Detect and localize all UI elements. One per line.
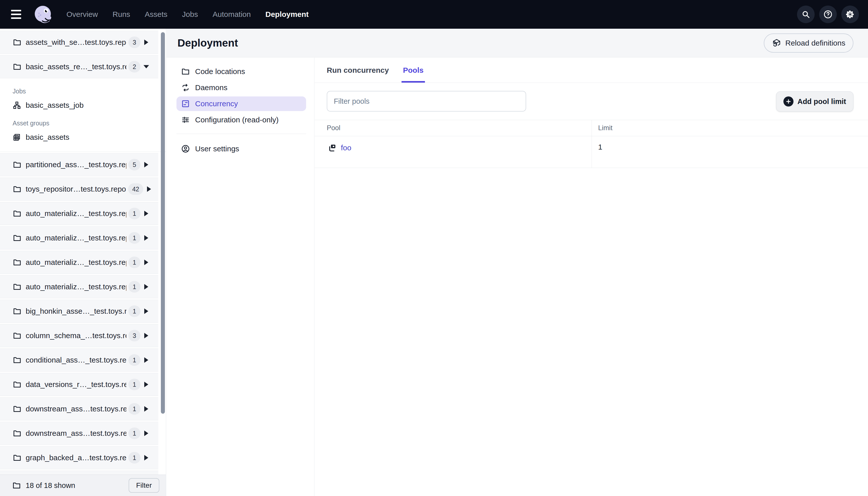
search-icon[interactable] — [797, 5, 815, 23]
chevron-right-icon[interactable] — [141, 333, 152, 338]
plus-icon — [784, 96, 793, 107]
nav-runs[interactable]: Runs — [112, 10, 130, 19]
reload-definitions-button[interactable]: Reload definitions — [764, 33, 854, 52]
chevron-right-icon[interactable] — [141, 40, 152, 45]
chevron-right-icon[interactable] — [141, 357, 152, 363]
count-badge: 42 — [128, 183, 143, 195]
folder-icon — [13, 209, 22, 218]
deployment-settings-menu: Code locations Daemons Concurrency — [167, 58, 314, 496]
menu-item-configuration[interactable]: Configuration (read-only) — [176, 112, 306, 127]
chevron-right-icon[interactable] — [141, 162, 152, 167]
chevron-right-icon[interactable] — [141, 406, 152, 412]
menu-item-label: Daemons — [195, 83, 227, 92]
repo-row[interactable]: partitioned_ass…_test.toys.rep 5 — [0, 153, 158, 176]
nav-deployment[interactable]: Deployment — [265, 10, 309, 19]
folder-icon — [13, 185, 22, 193]
nav-automation[interactable]: Automation — [212, 10, 251, 19]
repo-row[interactable]: auto_materializ…_test.toys.repo 1 — [0, 202, 158, 225]
count-badge: 3 — [128, 330, 141, 341]
count-badge: 2 — [128, 61, 141, 73]
repo-row[interactable]: graph_backed_a…test.toys.repo 1 — [0, 446, 158, 469]
filter-button[interactable]: Filter — [129, 478, 159, 493]
pool-stack-icon — [327, 143, 337, 153]
asset-group-item[interactable]: basic_assets — [13, 129, 166, 145]
add-pool-limit-label: Add pool limit — [798, 97, 846, 106]
nav-right-actions — [797, 5, 859, 23]
repo-row[interactable]: conditional_ass…_test.toys.repo 1 — [0, 348, 158, 372]
folder-icon — [13, 307, 22, 316]
repo-label: column_schema_…test.toys.rep — [26, 331, 126, 340]
repo-row[interactable]: data_versions_r…_test.toys.rep 1 — [0, 373, 158, 396]
chevron-right-icon[interactable] — [141, 455, 152, 461]
limit-column-header: Limit — [591, 120, 868, 136]
chevron-right-icon[interactable] — [141, 308, 152, 314]
pool-cell: foo — [315, 136, 591, 168]
sliders-icon — [181, 115, 190, 124]
menu-item-code-locations[interactable]: Code locations — [176, 64, 306, 79]
tab-pools[interactable]: Pools — [403, 58, 424, 82]
limit-cell: 1 — [591, 136, 868, 168]
dagster-app: Overview Runs Assets Jobs Automation Dep… — [0, 0, 868, 496]
filter-pools-input[interactable] — [327, 91, 526, 111]
count-badge: 1 — [128, 354, 141, 366]
top-nav-bar: Overview Runs Assets Jobs Automation Dep… — [0, 0, 868, 29]
repo-row[interactable]: downstream_ass…test.toys.rep 1 — [0, 397, 158, 420]
folder-icon — [13, 38, 22, 47]
chevron-right-icon[interactable] — [143, 186, 155, 192]
chevron-right-icon[interactable] — [141, 431, 152, 436]
nav-overview[interactable]: Overview — [66, 10, 98, 19]
jobs-section-label: Jobs — [13, 88, 166, 95]
reload-cube-icon — [772, 38, 782, 48]
pools-toolbar: Add pool limit — [315, 91, 868, 111]
folder-icon — [13, 404, 22, 414]
menu-item-label: Concurrency — [195, 99, 238, 108]
hamburger-menu-icon[interactable] — [7, 6, 25, 23]
chevron-right-icon[interactable] — [141, 260, 152, 265]
repo-row[interactable]: auto_materializ…_test.toys.repo 1 — [0, 251, 158, 274]
asset-group-item-label: basic_assets — [26, 133, 69, 141]
dagster-logo-icon[interactable] — [32, 4, 53, 25]
repo-row[interactable]: column_schema_…test.toys.rep 3 — [0, 324, 158, 347]
folder-icon — [13, 160, 22, 169]
menu-item-user-settings[interactable]: User settings — [176, 141, 306, 156]
repo-row[interactable]: big_honkin_asse…_test.toys.rep 1 — [0, 300, 158, 323]
job-item-label: basic_assets_job — [26, 101, 83, 110]
nav-assets[interactable]: Assets — [145, 10, 168, 19]
reload-definitions-label: Reload definitions — [786, 39, 846, 47]
menu-item-concurrency[interactable]: Concurrency — [176, 96, 306, 111]
chevron-right-icon[interactable] — [141, 284, 152, 290]
repo-row[interactable]: toys_repositor…test.toys.repo 42 — [0, 177, 158, 201]
count-badge: 5 — [128, 159, 141, 170]
tabs: Run concurrency Pools — [315, 58, 868, 83]
chevron-right-icon[interactable] — [141, 211, 152, 216]
repo-row[interactable]: assets_with_se…test.toys.repo 3 — [0, 31, 158, 54]
table-column-divider — [591, 120, 592, 168]
sidebar-scrollbar[interactable] — [161, 32, 165, 414]
page-header: Deployment Reload definitions — [167, 29, 868, 58]
folder-icon — [181, 67, 190, 76]
nav-jobs[interactable]: Jobs — [182, 10, 198, 19]
chevron-right-icon[interactable] — [141, 235, 152, 241]
repo-row[interactable]: auto_materializ…_test.toys.repo 1 — [0, 226, 158, 249]
add-pool-limit-button[interactable]: Add pool limit — [776, 91, 853, 111]
pool-column-header: Pool — [315, 120, 591, 136]
chevron-down-icon[interactable] — [141, 65, 152, 68]
count-badge: 1 — [128, 208, 141, 219]
job-item[interactable]: basic_assets_job — [13, 97, 166, 113]
pool-link[interactable]: foo — [327, 143, 351, 153]
folder-icon — [13, 282, 22, 291]
repo-label: downstream_ass…test.toys.rep — [26, 429, 126, 438]
tab-run-concurrency[interactable]: Run concurrency — [327, 58, 389, 82]
repo-row[interactable]: downstream_ass…test.toys.rep 1 — [0, 422, 158, 445]
help-icon[interactable] — [819, 5, 837, 23]
menu-item-daemons[interactable]: Daemons — [176, 80, 306, 95]
count-badge: 1 — [128, 232, 141, 244]
folder-icon — [13, 331, 22, 340]
count-badge: 1 — [128, 257, 141, 268]
menu-item-label: Configuration (read-only) — [195, 115, 279, 124]
settings-gear-icon[interactable] — [841, 5, 859, 23]
concurrency-tab-panel: Run concurrency Pools Add pool limit Poo… — [315, 58, 868, 496]
repo-row[interactable]: auto_materializ…_test.toys.repo 1 — [0, 275, 158, 298]
chevron-right-icon[interactable] — [141, 382, 152, 387]
repo-row[interactable]: basic_assets_re…_test.toys.rep 2 — [0, 55, 158, 78]
